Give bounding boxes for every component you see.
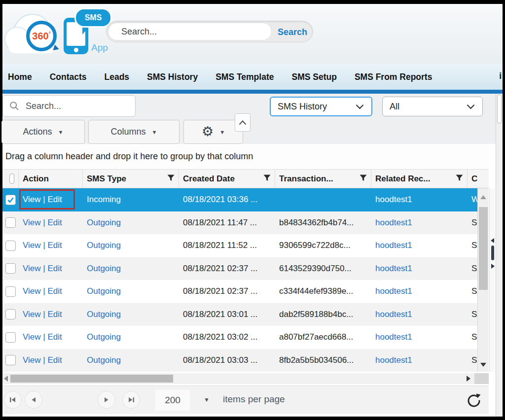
sms-type-cell: Outgoing bbox=[83, 349, 179, 372]
page-vertical-scrollbar[interactable] bbox=[496, 94, 503, 417]
toolbar-band: Search... SMS History All Actions ▼ Colu… bbox=[2, 94, 503, 144]
scroll-right-icon[interactable] bbox=[467, 376, 470, 382]
dropdown-arrow-icon: ▼ bbox=[152, 129, 157, 135]
related-record-link[interactable]: hoodtest1 bbox=[375, 310, 412, 319]
view-edit-link[interactable]: View | Edit bbox=[23, 355, 62, 365]
related-record-cell: hoodtest1 bbox=[371, 303, 468, 326]
status-cell: S bbox=[468, 349, 477, 372]
filter-icon[interactable] bbox=[360, 174, 367, 184]
sms-type-cell: Outgoing bbox=[83, 326, 179, 349]
nav-item-sms-template[interactable]: SMS Template bbox=[216, 72, 274, 82]
group-by-drop-zone[interactable]: Drag a column header and drop it here to… bbox=[2, 144, 489, 170]
view-edit-link[interactable]: View | Edit bbox=[23, 332, 62, 342]
table-row[interactable]: View | EditOutgoing08/18/2021 11:47 ...b… bbox=[2, 211, 477, 235]
related-record-link[interactable]: hoodtest1 bbox=[375, 218, 412, 228]
select-all-checkbox[interactable] bbox=[9, 174, 14, 184]
row-checkbox[interactable] bbox=[5, 355, 16, 365]
related-record-link[interactable]: hoodtest1 bbox=[375, 286, 412, 296]
row-checkbox[interactable] bbox=[5, 217, 16, 228]
transaction-cell: 9306599c722d8c... bbox=[275, 234, 371, 257]
nav-item-sms-history[interactable]: SMS History bbox=[147, 72, 198, 82]
actions-button[interactable]: Actions ▼ bbox=[1, 120, 85, 144]
first-page-button[interactable] bbox=[4, 391, 22, 409]
row-checkbox[interactable] bbox=[5, 263, 16, 274]
page-size-dropdown-icon[interactable]: ▼ bbox=[204, 396, 210, 403]
view-edit-link[interactable]: View | Edit bbox=[23, 264, 62, 274]
column-header-action[interactable]: Action bbox=[19, 170, 83, 188]
view-edit-link[interactable]: View | Edit bbox=[23, 286, 62, 296]
table-row[interactable]: View | EditOutgoing08/18/2021 11:52 ...9… bbox=[2, 234, 477, 257]
table-row[interactable]: View | EditOutgoing08/18/2021 02:37 ...6… bbox=[2, 257, 477, 280]
secondary-vertical-scrollbar[interactable] bbox=[489, 188, 495, 372]
view-edit-link[interactable]: View | Edit bbox=[23, 310, 62, 319]
filter-icon[interactable] bbox=[167, 174, 175, 184]
next-page-button[interactable] bbox=[98, 391, 115, 409]
grid-search-box[interactable]: Search... bbox=[2, 95, 136, 117]
grid-vertical-scrollbar[interactable] bbox=[477, 188, 489, 372]
list-view-select[interactable]: All bbox=[382, 97, 483, 116]
settings-button[interactable]: ⚙ ▼ bbox=[183, 120, 243, 144]
chevron-down-icon bbox=[467, 102, 475, 109]
table-row[interactable]: View | EditIncoming08/18/2021 03:36 ...h… bbox=[2, 188, 477, 211]
nav-item-sms-from-reports[interactable]: SMS From Reports bbox=[355, 72, 433, 82]
sms-type-cell: Outgoing bbox=[83, 303, 179, 326]
nav-item-contacts[interactable]: Contacts bbox=[50, 72, 87, 82]
column-header-transaction[interactable]: Transaction... bbox=[275, 170, 371, 188]
sms-type-value: Outgoing bbox=[87, 218, 121, 228]
view-edit-link[interactable]: View | Edit bbox=[23, 218, 62, 228]
table-row[interactable]: View | EditOutgoing08/18/2021 02:37 ...c… bbox=[2, 280, 477, 303]
page-size-select[interactable]: 200 bbox=[155, 390, 190, 411]
related-record-link[interactable]: hoodtest1 bbox=[375, 355, 412, 365]
nav-item-home[interactable]: Home bbox=[8, 72, 32, 82]
global-search-button[interactable]: Search bbox=[273, 21, 312, 43]
table-row[interactable]: View | EditOutgoing08/18/2021 03:02 ...a… bbox=[2, 326, 477, 349]
nav-item-truncated[interactable]: i bbox=[499, 71, 502, 81]
column-header-created-date[interactable]: Created Date bbox=[179, 170, 275, 188]
filter-icon[interactable] bbox=[456, 174, 463, 184]
view-edit-link[interactable]: View | Edit bbox=[23, 241, 62, 250]
scroll-left-icon[interactable] bbox=[4, 376, 8, 382]
grid-horizontal-scrollbar[interactable] bbox=[2, 373, 474, 384]
grid-vertical-scrollbar-thumb[interactable] bbox=[479, 207, 488, 290]
nav-item-sms-setup[interactable]: SMS Setup bbox=[291, 72, 336, 82]
row-checkbox[interactable] bbox=[5, 195, 16, 205]
refresh-button[interactable] bbox=[465, 392, 483, 410]
last-page-button[interactable] bbox=[122, 391, 140, 409]
column-header-sms-type[interactable]: SMS Type bbox=[83, 170, 179, 188]
scroll-down-icon[interactable] bbox=[480, 363, 486, 367]
global-search-input[interactable]: Search... bbox=[108, 23, 272, 40]
nav-item-leads[interactable]: Leads bbox=[105, 72, 130, 82]
row-checkbox[interactable] bbox=[5, 332, 16, 343]
row-checkbox-cell bbox=[2, 257, 19, 280]
related-record-link[interactable]: hoodtest1 bbox=[375, 264, 412, 274]
related-record-link[interactable]: hoodtest1 bbox=[375, 241, 412, 250]
row-checkbox[interactable] bbox=[5, 309, 16, 319]
sms-type-value: Outgoing bbox=[87, 310, 121, 319]
row-checkbox[interactable] bbox=[5, 286, 16, 297]
scroll-arrow-icon[interactable] bbox=[491, 264, 495, 269]
filter-icon[interactable] bbox=[263, 174, 271, 184]
page-vertical-scrollbar-thumb[interactable] bbox=[497, 95, 502, 123]
column-header-label: Action bbox=[23, 174, 78, 184]
scroll-up-icon[interactable] bbox=[480, 195, 486, 199]
column-header-related-rec[interactable]: Related Rec... bbox=[371, 170, 468, 188]
action-cell: View | Edit bbox=[19, 303, 83, 326]
table-row[interactable]: View | EditOutgoing08/18/2021 03:01 ...d… bbox=[2, 303, 477, 326]
app-logo[interactable]: 360° SMS App bbox=[4, 5, 108, 61]
table-row[interactable]: View | EditOutgoing08/18/2021 03:03 ...8… bbox=[2, 349, 477, 372]
collapse-toolbar-button[interactable] bbox=[235, 113, 251, 132]
columns-button[interactable]: Columns ▼ bbox=[88, 120, 180, 144]
related-record-link[interactable]: hoodtest1 bbox=[375, 195, 412, 205]
row-checkbox[interactable] bbox=[5, 241, 16, 251]
previous-page-button[interactable] bbox=[25, 391, 42, 409]
transaction-cell: 8fb2a5b5b034506... bbox=[275, 349, 371, 372]
object-select[interactable]: SMS History bbox=[270, 97, 372, 116]
sms-type-cell: Outgoing bbox=[83, 211, 179, 235]
related-record-cell: hoodtest1 bbox=[371, 280, 468, 303]
scroll-arrow-icon[interactable] bbox=[491, 238, 494, 243]
secondary-scrollbar-thumb[interactable] bbox=[491, 245, 494, 260]
column-header-label: SMS Type bbox=[87, 174, 167, 184]
logo-360-ring-icon: 360° bbox=[26, 21, 57, 51]
related-record-link[interactable]: hoodtest1 bbox=[375, 332, 412, 342]
grid-horizontal-scrollbar-thumb[interactable] bbox=[10, 375, 173, 383]
